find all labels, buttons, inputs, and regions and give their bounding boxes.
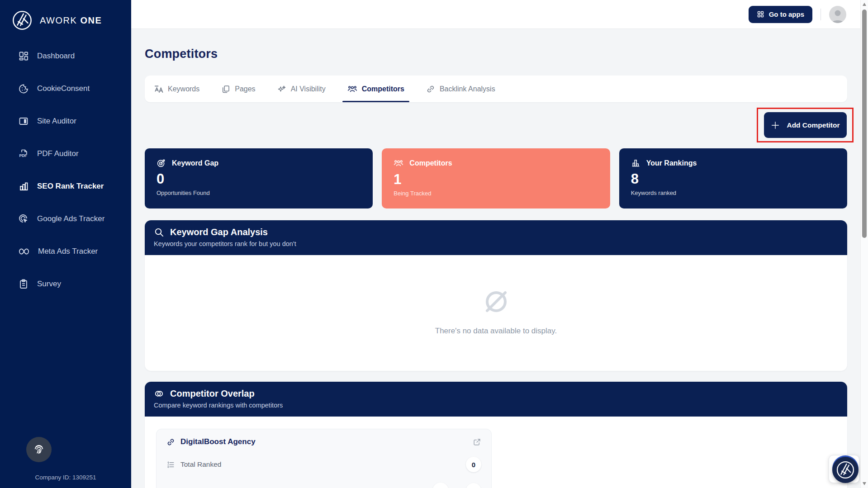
stat-card-your-rankings: Your Rankings 8 Keywords ranked [619, 148, 847, 208]
keywords-translate-icon [154, 84, 163, 94]
sidebar-item-label: Meta Ads Tracker [38, 247, 98, 256]
tab-keywords[interactable]: Keywords [154, 76, 199, 102]
sidebar-item-label: Survey [37, 280, 61, 289]
avatar[interactable] [829, 6, 846, 23]
link-icon [426, 85, 435, 94]
competitor-row-total-ranked: Total Ranked 0 [166, 457, 481, 472]
sidebar-item-label: SEO Rank Tracker [37, 182, 104, 191]
go-to-apps-button[interactable]: Go to apps [749, 6, 812, 23]
stat-card-competitors: Competitors 1 Being Tracked [382, 148, 610, 208]
overlap-circles-icon [154, 389, 164, 399]
tab-label: Keywords [168, 85, 199, 93]
sidebar-item-seo-rank-tracker[interactable]: SEO Rank Tracker [0, 170, 131, 203]
sidebar-item-survey[interactable]: Survey [0, 268, 131, 300]
plus-icon [770, 120, 780, 130]
tab-label: Backlink Analysis [440, 85, 495, 93]
sidebar-item-label: Google Ads Tracker [37, 214, 104, 223]
scroll-up-arrow[interactable] [863, 3, 866, 6]
topbar: Go to apps [131, 0, 868, 29]
infinity-icon [18, 246, 30, 257]
cookie-icon [18, 83, 29, 94]
panel-body: DigitalBoost Agency [145, 417, 847, 488]
sidebar-item-label: CookieConsent [37, 84, 90, 93]
tab-backlink-analysis[interactable]: Backlink Analysis [426, 76, 495, 102]
target-icon [157, 158, 166, 168]
no-data-slashed-circle-icon [483, 289, 509, 315]
sidebar-item-site-auditor[interactable]: Site Auditor [0, 105, 131, 137]
stat-card-title: Competitors [409, 159, 452, 167]
stat-card-subtitle: Opportunities Found [157, 190, 361, 196]
company-id: Company ID: 1309251 [0, 474, 131, 481]
numbered-list-icon [166, 460, 175, 469]
scrollbar[interactable] [860, 0, 868, 488]
competitor-row-overlap: Overlap 0 [166, 483, 481, 488]
sidebar-item-google-ads-tracker[interactable]: Google Ads Tracker [0, 203, 131, 235]
add-competitor-label: Add Competitor [787, 121, 840, 129]
bar-chart-icon [18, 181, 29, 192]
tab-label: Competitors [362, 85, 404, 93]
fingerprint-button[interactable] [26, 437, 52, 462]
link-icon [166, 438, 175, 446]
stat-card-subtitle: Keywords ranked [631, 190, 835, 196]
clipboard-icon [18, 279, 29, 289]
svg-text:PDF: PDF [19, 153, 27, 158]
add-competitor-button[interactable]: Add Competitor [764, 112, 847, 138]
sidebar-item-dashboard[interactable]: Dashboard [0, 40, 131, 72]
people-group-icon [347, 84, 357, 94]
sidebar-item-pdf-auditor[interactable]: PDF PDF Auditor [0, 137, 131, 170]
scroll-down-arrow[interactable] [863, 482, 866, 485]
tab-label: Pages [235, 85, 255, 93]
tab-ai-visibility[interactable]: AI Visibility [277, 76, 326, 102]
stat-card-value: 1 [394, 172, 598, 186]
scrollbar-thumb[interactable] [862, 9, 867, 238]
panel-subtitle: Keywords your competitors rank for but y… [154, 240, 838, 247]
sidebar: AWORK ONE Dashboard [0, 0, 131, 488]
pages-copy-icon [221, 85, 230, 94]
people-group-icon [394, 158, 403, 168]
sidebar-item-cookieconsent[interactable]: CookieConsent [0, 72, 131, 105]
tabbar: Keywords Pages AI Visibility [145, 76, 847, 102]
stat-card-title: Keyword Gap [172, 159, 218, 167]
person-icon [829, 8, 846, 23]
stat-cards-row: Keyword Gap 0 Opportunities Found Compet… [145, 148, 847, 208]
total-ranked-badge: 0 [466, 457, 481, 472]
stat-card-value: 0 [157, 172, 361, 186]
go-to-apps-label: Go to apps [769, 10, 804, 18]
annotation-highlight-box: Add Competitor [757, 108, 854, 142]
keyword-gap-analysis-panel: Keyword Gap Analysis Keywords your compe… [145, 220, 847, 371]
competitor-name: DigitalBoost Agency [180, 437, 256, 446]
panel-header: Keyword Gap Analysis Keywords your compe… [145, 220, 847, 255]
competitor-row-label: Total Ranked [180, 460, 221, 469]
stat-card-value: 8 [631, 172, 835, 186]
browser-icon [18, 116, 29, 127]
panel-title: Competitor Overlap [170, 389, 255, 399]
search-icon [154, 227, 164, 237]
tab-competitors[interactable]: Competitors [347, 76, 404, 102]
dashboard-icon [18, 51, 29, 62]
sidebar-item-meta-ads-tracker[interactable]: Meta Ads Tracker [0, 235, 131, 268]
external-link-icon[interactable] [473, 438, 481, 446]
empty-state: There's no data available to display. [145, 255, 847, 369]
panel-subtitle: Compare keyword rankings with competitor… [154, 402, 838, 409]
page-title: Competitors [145, 47, 218, 61]
panel-title: Keyword Gap Analysis [170, 227, 268, 237]
awork-logo-icon [12, 10, 33, 31]
click-cursor-icon [18, 213, 29, 224]
main-content: Competitors Keywords Pages [131, 29, 868, 488]
brand-name: AWORK ONE [40, 15, 102, 26]
tab-pages[interactable]: Pages [221, 76, 255, 102]
city-chart-icon [631, 158, 640, 168]
brand-logo[interactable]: AWORK ONE [0, 0, 131, 31]
panel-header: Competitor Overlap Compare keyword ranki… [145, 382, 847, 417]
topbar-divider [821, 9, 821, 20]
sidebar-item-label: Site Auditor [37, 117, 76, 126]
pdf-file-icon: PDF [18, 148, 29, 159]
sidebar-item-label: Dashboard [37, 52, 75, 61]
awork-logo-badge[interactable] [832, 457, 859, 483]
awork-logo-icon [836, 460, 855, 479]
mountains-chart-icon [432, 483, 449, 488]
competitor-card: DigitalBoost Agency [156, 429, 492, 488]
stat-card-title: Your Rankings [646, 159, 697, 167]
overlap-badge: 0 [466, 483, 481, 488]
sidebar-item-label: PDF Auditor [37, 149, 79, 158]
